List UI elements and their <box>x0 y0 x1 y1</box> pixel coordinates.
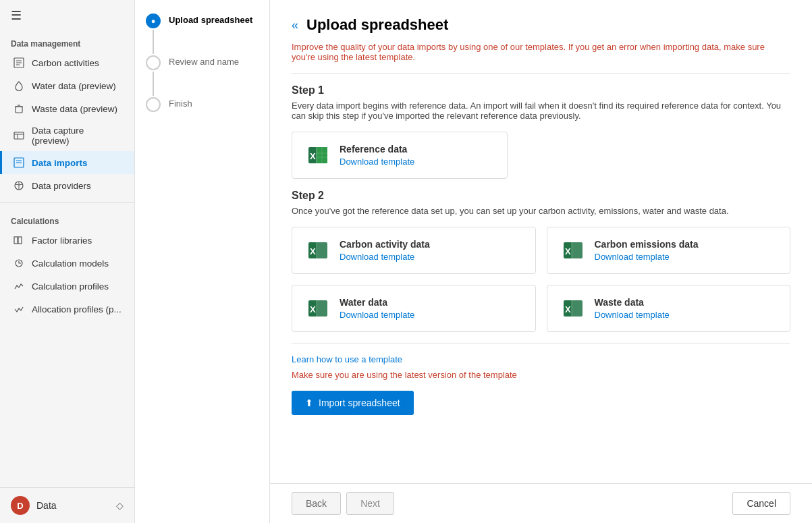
reference-data-link[interactable]: Download template <box>340 157 414 167</box>
svg-rect-39 <box>572 300 583 316</box>
svg-rect-4 <box>16 107 22 113</box>
waste-data-card[interactable]: X Waste data Download template <box>547 285 791 332</box>
sidebar-item-label: Data providers <box>32 181 91 191</box>
carbon-activity-content: Carbon activity data Download template <box>340 239 430 262</box>
sidebar-item-label: Water data (preview) <box>32 81 116 91</box>
reference-data-title: Reference data <box>340 144 414 155</box>
carbon-activity-link[interactable]: Download template <box>340 252 430 262</box>
waste-data-link[interactable]: Download template <box>595 310 670 320</box>
svg-text:X: X <box>565 246 571 256</box>
sidebar-item-factor-libraries[interactable]: Factor libraries <box>0 229 134 252</box>
waste-data-content: Waste data Download template <box>595 297 670 320</box>
sidebar-item-data-providers[interactable]: Data providers <box>0 174 134 197</box>
excel-icon-waste: X <box>561 296 585 321</box>
svg-rect-15 <box>14 237 18 244</box>
step-upload-label: Upload spreadsheet <box>169 13 252 25</box>
sidebar-item-label: Waste data (preview) <box>32 104 117 114</box>
step-upload: ● Upload spreadsheet <box>146 13 259 55</box>
step1-description: Every data import begins with reference … <box>292 101 790 121</box>
import-spreadsheet-button[interactable]: ⬆ Import spreadsheet <box>292 391 414 415</box>
step-upload-indicator: ● <box>146 13 161 55</box>
sidebar-bottom-user[interactable]: D Data ◇ <box>0 487 134 523</box>
calculations-label: Calculations <box>0 209 134 229</box>
allocation-profiles-icon <box>13 303 25 315</box>
sidebar-item-label: Factor libraries <box>32 236 92 246</box>
hamburger-icon[interactable]: ☰ <box>0 0 134 31</box>
step-review-label: Review and name <box>169 55 239 67</box>
carbon-emissions-link[interactable]: Download template <box>595 252 699 262</box>
next-button[interactable]: Next <box>346 492 394 515</box>
sidebar-item-label: Calculation profiles <box>32 281 109 292</box>
water-data-icon <box>13 80 25 92</box>
step-review-indicator <box>146 55 161 97</box>
svg-text:X: X <box>310 304 316 314</box>
step-review-circle <box>146 55 161 70</box>
svg-rect-7 <box>14 132 24 139</box>
water-data-link[interactable]: Download template <box>340 310 414 320</box>
svg-rect-35 <box>317 300 327 316</box>
import-button-label: Import spreadsheet <box>319 397 400 408</box>
stepper-panel: ● Upload spreadsheet Review and name Fin… <box>135 0 270 523</box>
sidebar-divider <box>0 202 134 203</box>
footer: Back Next Cancel <box>270 483 812 523</box>
step2-heading: Step 2 <box>292 190 790 202</box>
reference-data-card[interactable]: X Reference data Download template <box>292 132 508 179</box>
user-label: Data <box>36 500 57 511</box>
page-title: Upload spreadsheet <box>306 16 448 34</box>
info-banner: Improve the quality of your data imports… <box>292 42 790 74</box>
data-management-label: Data management <box>0 31 134 51</box>
sidebar-item-carbon-activities[interactable]: Carbon activities <box>0 51 134 74</box>
water-data-card[interactable]: X Water data Download template <box>292 285 536 332</box>
main-content: « Upload spreadsheet Improve the quality… <box>270 0 812 523</box>
svg-rect-31 <box>572 242 583 258</box>
learn-template-link[interactable]: Learn how to use a template <box>292 354 790 364</box>
step2-cards-grid: X Carbon activity data Download template <box>292 227 790 332</box>
svg-rect-27 <box>317 242 327 258</box>
excel-icon-reference: X <box>306 143 330 167</box>
warning-text: Make sure you are using the latest versi… <box>292 370 790 380</box>
sidebar-item-allocation-profiles[interactable]: Allocation profiles (p... <box>0 298 134 321</box>
step-upload-circle: ● <box>146 13 161 28</box>
svg-text:X: X <box>310 246 316 256</box>
back-arrow-icon[interactable]: « <box>292 18 298 32</box>
step2-description: Once you've got the reference data set u… <box>292 206 790 216</box>
upload-icon: ⬆ <box>305 397 313 408</box>
carbon-emissions-content: Carbon emissions data Download template <box>595 239 699 262</box>
calculation-models-icon <box>13 257 25 269</box>
content-body: « Upload spreadsheet Improve the quality… <box>270 0 812 483</box>
chevron-icon: ◇ <box>116 500 124 511</box>
sidebar-item-label: Calculation models <box>32 258 109 269</box>
cancel-button[interactable]: Cancel <box>732 492 790 515</box>
sidebar-item-data-capture[interactable]: Data capture (preview) <box>0 120 134 151</box>
excel-icon-carbon-activity: X <box>306 238 330 263</box>
carbon-activity-data-card[interactable]: X Carbon activity data Download template <box>292 227 536 274</box>
footer-left-buttons: Back Next <box>292 492 394 515</box>
water-data-content: Water data Download template <box>340 297 414 320</box>
waste-data-icon <box>13 103 25 115</box>
svg-rect-16 <box>18 237 22 244</box>
waste-data-title: Waste data <box>595 297 670 308</box>
calculation-profiles-icon <box>13 280 25 292</box>
carbon-emissions-title: Carbon emissions data <box>595 239 699 250</box>
data-capture-icon <box>13 130 25 142</box>
sidebar-item-water-data[interactable]: Water data (preview) <box>0 74 134 97</box>
sidebar-item-waste-data[interactable]: Waste data (preview) <box>0 97 134 120</box>
step1-heading: Step 1 <box>292 84 790 97</box>
data-providers-icon <box>13 180 25 192</box>
page-header: « Upload spreadsheet <box>292 16 790 34</box>
step-review: Review and name <box>146 55 259 97</box>
sidebar-item-calculation-profiles[interactable]: Calculation profiles <box>0 275 134 298</box>
step-finish-circle <box>146 97 161 112</box>
step-finish: Finish <box>146 97 259 112</box>
sidebar-item-label: Data imports <box>32 158 88 168</box>
carbon-emissions-data-card[interactable]: X Carbon emissions data Download templat… <box>547 227 791 274</box>
sidebar-item-data-imports[interactable]: Data imports <box>0 151 134 174</box>
svg-text:X: X <box>310 151 316 161</box>
back-button[interactable]: Back <box>292 492 341 515</box>
avatar: D <box>11 496 30 515</box>
svg-text:X: X <box>565 304 571 314</box>
sidebar-item-calculation-models[interactable]: Calculation models <box>0 252 134 275</box>
factor-libraries-icon <box>13 234 25 246</box>
divider <box>292 343 790 343</box>
water-data-title: Water data <box>340 297 414 308</box>
